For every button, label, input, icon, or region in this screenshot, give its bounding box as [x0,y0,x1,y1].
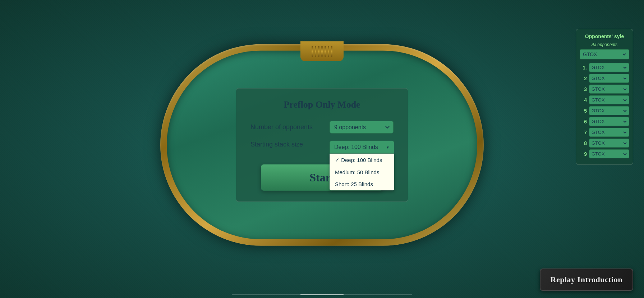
opponent-number-6: 6 [580,119,587,125]
opponent-number-7: 7 [580,130,587,135]
stack-option-medium[interactable]: Medium: 50 Blinds [330,166,394,178]
opponent-select-9[interactable]: GTOXTAGLAG [589,149,629,158]
opponent-row-8: 8 GTOXTAGLAG [580,139,629,148]
opponent-row-1: 1. GTOXTAGLAG [580,63,629,72]
stack-dropdown-trigger[interactable]: Deep: 100 Blinds ▼ [330,141,394,154]
opponents-row: Number of opponents 1 opponent 2 opponen… [250,121,394,134]
opponent-select-7[interactable]: GTOXTAGLAG [589,128,629,137]
opponent-row-7: 7 GTOXTAGLAG [580,128,629,137]
opponents-label: Number of opponents [250,123,322,131]
stack-dropdown-arrow: ▼ [386,145,390,149]
opponent-row-2: 2 GTOXTAGLAG [580,74,629,83]
opponent-number-2: 2 [580,76,587,81]
slot-line-1 [312,46,313,57]
all-opponents-select[interactable]: GTOX TAG LAG Fish Nit [580,49,629,59]
replay-introduction-button[interactable]: Replay Introduction [540,268,633,291]
stack-label: Starting stack size [250,141,322,148]
opponent-row-5: 5 GTOXTAGLAG [580,106,629,115]
stack-dropdown-container: Deep: 100 Blinds ▼ Deep: 100 Blinds Medi… [330,141,394,154]
opponents-select[interactable]: 1 opponent 2 opponents 3 opponents 4 opp… [330,121,394,134]
opponent-row-4: 4 GTOXTAGLAG [580,95,629,104]
dealer-slot [300,41,344,61]
slot-line-4 [321,46,323,57]
slot-line-2 [315,46,316,57]
opponents-panel-title: Opponents' syle [580,33,629,39]
opponents-panel: Opponents' syle All opponents GTOX TAG L… [576,29,633,165]
opponent-select-8[interactable]: GTOXTAGLAG [589,139,629,148]
opponent-row-9: 9 GTOXTAGLAG [580,149,629,158]
opponent-row-6: 6 GTOXTAGLAG [580,117,629,126]
opponent-number-3: 3 [580,86,587,92]
opponent-select-3[interactable]: GTOXTAGLAG [589,85,629,94]
stack-option-deep[interactable]: Deep: 100 Blinds [330,154,394,166]
opponent-select-6[interactable]: GTOXTAGLAG [589,117,629,126]
modal-title: Preflop Only Mode [250,99,394,110]
stack-option-short[interactable]: Short: 25 Blinds [330,178,394,190]
opponent-number-4: 4 [580,97,587,103]
opponent-number-5: 5 [580,108,587,114]
stack-current-value: Deep: 100 Blinds [334,144,378,150]
dealer-slot-lines [312,46,332,57]
opponent-select-2[interactable]: GTOXTAGLAG [589,74,629,83]
preflop-mode-dialog: Preflop Only Mode Number of opponents 1 … [236,88,408,202]
opponent-select-5[interactable]: GTOXTAGLAG [589,106,629,115]
stack-dropdown-menu: Deep: 100 Blinds Medium: 50 Blinds Short… [330,154,394,190]
opponent-row-3: 3 GTOXTAGLAG [580,85,629,94]
opponent-number-1: 1. [580,65,587,71]
slot-line-7 [331,46,332,57]
poker-table: Preflop Only Mode Number of opponents 1 … [160,44,484,246]
slot-line-3 [318,46,319,57]
scrollbar-container [232,294,412,295]
all-opponents-label: All opponents [580,42,629,47]
opponent-number-9: 9 [580,151,587,157]
stack-row: Starting stack size Deep: 100 Blinds ▼ D… [250,141,394,154]
scrollbar-thumb[interactable] [300,294,344,295]
opponent-select-1[interactable]: GTOXTAGLAG [589,63,629,72]
slot-line-5 [325,46,326,57]
slot-line-6 [328,46,329,57]
opponent-select-4[interactable]: GTOXTAGLAG [589,95,629,104]
opponent-number-8: 8 [580,140,587,146]
